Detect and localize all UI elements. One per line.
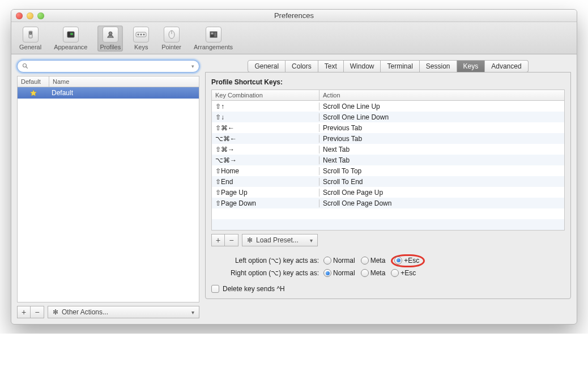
- action-cell: Scroll To End: [319, 178, 564, 186]
- svg-rect-12: [211, 32, 214, 35]
- left-option-normal-radio[interactable]: Normal: [323, 257, 355, 265]
- column-key-combo[interactable]: Key Combination: [212, 90, 319, 100]
- preferences-window: Preferences General Appearance Profiles …: [11, 9, 577, 325]
- table-row[interactable]: ⇧EndScroll To End: [212, 176, 564, 187]
- titlebar: Preferences: [11, 10, 577, 22]
- profile-row[interactable]: Default: [18, 87, 199, 99]
- chevron-down-icon[interactable]: ▾: [191, 63, 194, 69]
- table-row[interactable]: ⇧⌘←Previous Tab: [212, 122, 564, 133]
- key-combo-cell: ⌥⌘←: [212, 135, 319, 143]
- tab-text[interactable]: Text: [318, 60, 344, 73]
- action-cell: Scroll One Page Down: [319, 199, 564, 207]
- toolbar-keys[interactable]: Keys: [131, 25, 151, 52]
- remove-profile-button[interactable]: −: [31, 306, 44, 318]
- other-actions-dropdown[interactable]: ✻ Other Actions... ▾: [48, 306, 199, 318]
- table-row[interactable]: ⇧↓Scroll One Line Down: [212, 112, 564, 122]
- left-option-esc-radio[interactable]: +Esc: [394, 257, 419, 265]
- search-input[interactable]: [31, 62, 189, 70]
- profile-subtabs: GeneralColorsTextWindowTerminalSessionKe…: [205, 60, 571, 73]
- toolbar-pointer[interactable]: Pointer: [159, 25, 184, 52]
- toolbar-appearance[interactable]: Appearance: [52, 25, 90, 52]
- chevron-icon: ▾: [310, 237, 313, 244]
- action-cell: Previous Tab: [319, 124, 564, 132]
- tab-advanced[interactable]: Advanced: [485, 60, 528, 73]
- right-option-normal-radio[interactable]: Normal: [323, 269, 355, 277]
- remove-shortcut-button[interactable]: −: [225, 234, 238, 246]
- svg-rect-3: [70, 33, 73, 35]
- toolbar-arrangements[interactable]: Arrangements: [191, 25, 235, 52]
- delete-sends-label: Delete key sends ^H: [223, 285, 285, 293]
- svg-point-4: [109, 32, 112, 35]
- search-field[interactable]: ▾: [17, 60, 199, 73]
- star-icon: [18, 89, 49, 97]
- table-row: [212, 208, 564, 219]
- svg-line-15: [26, 67, 28, 69]
- table-row[interactable]: ⇧⌘→Next Tab: [212, 144, 564, 155]
- zoom-button[interactable]: [37, 12, 44, 19]
- tab-keys[interactable]: Keys: [457, 60, 485, 73]
- option-key-settings: Left option (⌥) key acts as: Normal Meta…: [211, 254, 565, 293]
- right-option-label: Right option (⌥) key acts as:: [211, 269, 319, 277]
- table-row[interactable]: ⌥⌘→Next Tab: [212, 155, 564, 165]
- action-cell: Next Tab: [319, 156, 564, 164]
- right-option-esc-radio[interactable]: +Esc: [391, 269, 416, 277]
- highlight-annotation: +Esc: [391, 254, 425, 267]
- key-combo-cell: ⇧⌘←: [212, 124, 319, 132]
- key-combo-cell: ⇧↓: [212, 113, 319, 121]
- key-combo-cell: ⇧End: [212, 178, 319, 186]
- key-combo-cell: ⇧Home: [212, 167, 319, 175]
- svg-point-8: [143, 34, 144, 35]
- search-icon: [22, 63, 29, 70]
- key-combo-cell: ⇧Page Down: [212, 199, 319, 207]
- minimize-button[interactable]: [27, 12, 33, 19]
- close-button[interactable]: [16, 12, 23, 19]
- gear-icon: ✻: [247, 236, 253, 244]
- window-title: Preferences: [274, 11, 314, 20]
- column-default[interactable]: Default: [18, 76, 49, 87]
- key-combo-cell: ⇧Page Up: [212, 189, 319, 197]
- left-option-meta-radio[interactable]: Meta: [361, 257, 386, 265]
- svg-point-7: [140, 34, 142, 35]
- tab-session[interactable]: Session: [420, 60, 457, 73]
- toolbar-profiles[interactable]: Profiles: [97, 25, 123, 52]
- tab-general[interactable]: General: [248, 60, 286, 73]
- table-row[interactable]: ⇧Page DownScroll One Page Down: [212, 198, 564, 208]
- general-icon: [23, 27, 39, 42]
- svg-rect-13: [214, 32, 216, 37]
- profile-detail-pane: GeneralColorsTextWindowTerminalSessionKe…: [205, 60, 571, 318]
- table-row[interactable]: ⇧HomeScroll To Top: [212, 165, 564, 176]
- table-row[interactable]: ⇧Page UpScroll One Page Up: [212, 187, 564, 198]
- main-toolbar: General Appearance Profiles Keys Pointer…: [11, 22, 577, 54]
- action-cell: Scroll One Line Up: [319, 103, 564, 110]
- toolbar-general[interactable]: General: [17, 25, 44, 52]
- load-preset-dropdown[interactable]: ✻ Load Preset... ▾: [242, 234, 318, 246]
- action-cell: Scroll To Top: [319, 167, 564, 175]
- pointer-icon: [164, 27, 180, 42]
- shortcut-table[interactable]: Key Combination Action ⇧↑Scroll One Line…: [211, 89, 565, 231]
- action-cell: Scroll One Page Up: [319, 189, 564, 197]
- profiles-list[interactable]: Default: [17, 87, 199, 302]
- tab-window[interactable]: Window: [344, 60, 381, 73]
- table-row[interactable]: ⌥⌘←Previous Tab: [212, 133, 564, 144]
- tab-colors[interactable]: Colors: [286, 60, 318, 73]
- shortcut-table-header: Key Combination Action: [212, 90, 564, 101]
- table-row[interactable]: ⇧↑Scroll One Line Up: [212, 101, 564, 112]
- profiles-table-header: Default Name: [17, 76, 199, 87]
- action-cell: Next Tab: [319, 146, 564, 153]
- column-name[interactable]: Name: [49, 76, 199, 87]
- chevron-icon: ▾: [191, 309, 194, 315]
- svg-point-14: [23, 64, 27, 67]
- add-profile-button[interactable]: +: [17, 306, 31, 318]
- arrangements-icon: [206, 27, 221, 42]
- key-combo-cell: ⇧↑: [212, 103, 319, 110]
- right-option-meta-radio[interactable]: Meta: [361, 269, 386, 277]
- action-cell: Scroll One Line Down: [319, 113, 564, 121]
- panel-heading: Profile Shortcut Keys:: [211, 78, 565, 86]
- keys-panel: Profile Shortcut Keys: Key Combination A…: [205, 72, 571, 299]
- key-combo-cell: ⇧⌘→: [212, 146, 319, 153]
- add-shortcut-button[interactable]: +: [211, 234, 225, 246]
- column-action[interactable]: Action: [319, 90, 564, 100]
- tab-terminal[interactable]: Terminal: [381, 60, 419, 73]
- delete-sends-checkbox[interactable]: [211, 285, 219, 293]
- left-option-label: Left option (⌥) key acts as:: [211, 257, 319, 265]
